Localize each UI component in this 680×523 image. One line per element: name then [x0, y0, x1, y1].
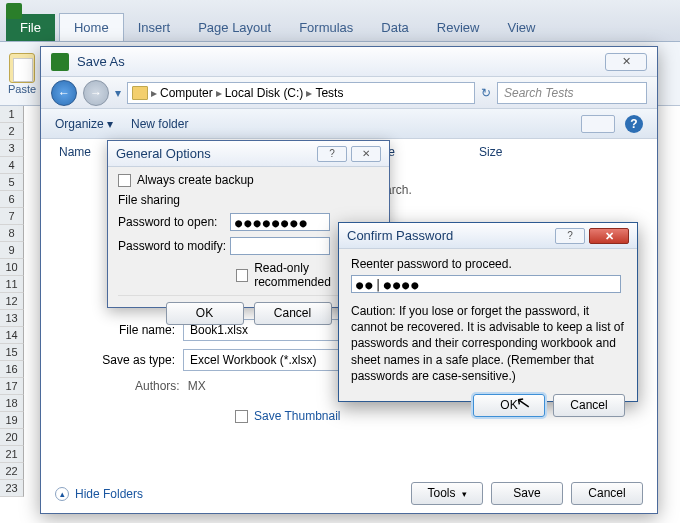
chevron-down-icon[interactable]: ▾: [115, 86, 121, 100]
explorer-toolbar: Organize ▾ New folder ?: [41, 109, 657, 139]
quick-access-toolbar: [6, 3, 22, 19]
hide-folders-label: Hide Folders: [75, 487, 143, 501]
confirm-password-title: Confirm Password: [347, 228, 453, 243]
caution-text: Caution: If you lose or forget the passw…: [351, 303, 625, 384]
general-options-title: General Options: [116, 146, 211, 161]
new-folder-button[interactable]: New folder: [131, 117, 188, 131]
save-thumbnail-checkbox[interactable]: [235, 410, 248, 423]
excel-icon: [51, 53, 69, 71]
authors-label: Authors:: [135, 379, 180, 393]
explorer-navbar: ← → ▾ ▸ Computer ▸ Local Disk (C:) ▸ Tes…: [41, 77, 657, 109]
create-backup-label: Always create backup: [137, 173, 254, 187]
saveastype-label: Save as type:: [87, 353, 175, 367]
file-sharing-label: File sharing: [118, 193, 379, 207]
cancel-button[interactable]: Cancel: [571, 482, 643, 505]
authors-value[interactable]: MX: [188, 379, 206, 393]
breadcrumb[interactable]: ▸ Computer ▸ Local Disk (C:) ▸ Tests: [127, 82, 475, 104]
tools-button[interactable]: Tools: [411, 482, 483, 505]
create-backup-checkbox[interactable]: [118, 174, 131, 187]
chevron-up-icon: ▴: [55, 487, 69, 501]
clipboard-icon: [9, 53, 35, 83]
ok-button[interactable]: OK: [473, 394, 545, 417]
paste-label: Paste: [8, 83, 36, 95]
confirm-password-input[interactable]: ●●|●●●●: [351, 275, 621, 293]
save-as-bottombar: ▴ Hide Folders Tools Save Cancel: [55, 482, 643, 505]
cancel-button[interactable]: Cancel: [553, 394, 625, 417]
password-modify-label: Password to modify:: [118, 239, 230, 253]
tab-page-layout[interactable]: Page Layout: [184, 14, 285, 41]
tab-view[interactable]: View: [493, 14, 549, 41]
close-button[interactable]: ✕: [351, 146, 381, 162]
ribbon: File Home Insert Page Layout Formulas Da…: [0, 0, 680, 42]
forward-button[interactable]: →: [83, 80, 109, 106]
help-button[interactable]: ?: [555, 228, 585, 244]
help-button[interactable]: ?: [317, 146, 347, 162]
password-open-input[interactable]: ●●●●●●●●: [230, 213, 330, 231]
hide-folders-button[interactable]: ▴ Hide Folders: [55, 487, 143, 501]
save-as-titlebar: Save As ✕: [41, 47, 657, 77]
password-open-label: Password to open:: [118, 215, 230, 229]
paste-button[interactable]: Paste: [8, 53, 36, 95]
confirm-password-titlebar: Confirm Password ? ✕: [339, 223, 637, 249]
tab-home[interactable]: Home: [59, 13, 124, 41]
view-options-button[interactable]: [581, 115, 615, 133]
help-icon[interactable]: ?: [625, 115, 643, 133]
save-button[interactable]: Save: [491, 482, 563, 505]
excel-icon: [6, 3, 22, 19]
tab-insert[interactable]: Insert: [124, 14, 185, 41]
search-input[interactable]: Search Tests: [497, 82, 647, 104]
breadcrumb-drive[interactable]: Local Disk (C:): [225, 86, 304, 100]
ok-button[interactable]: OK: [166, 302, 244, 325]
cancel-button[interactable]: Cancel: [254, 302, 332, 325]
refresh-icon[interactable]: ↻: [481, 86, 491, 100]
password-modify-input[interactable]: [230, 237, 330, 255]
save-as-title: Save As: [77, 54, 125, 69]
col-size[interactable]: Size: [479, 145, 559, 165]
folder-icon: [132, 86, 148, 100]
breadcrumb-root[interactable]: Computer: [160, 86, 213, 100]
readonly-checkbox[interactable]: [236, 269, 248, 282]
tab-formulas[interactable]: Formulas: [285, 14, 367, 41]
back-button[interactable]: ←: [51, 80, 77, 106]
reenter-prompt: Reenter password to proceed.: [351, 257, 625, 271]
organize-menu[interactable]: Organize ▾: [55, 117, 113, 131]
close-button[interactable]: ✕: [605, 53, 647, 71]
confirm-password-dialog: Confirm Password ? ✕ Reenter password to…: [338, 222, 638, 402]
close-button[interactable]: ✕: [589, 228, 629, 244]
row-headers: 1234567891011121314151617181920212223: [0, 106, 24, 497]
tab-data[interactable]: Data: [367, 14, 422, 41]
save-thumbnail-label: Save Thumbnail: [254, 409, 341, 423]
breadcrumb-folder[interactable]: Tests: [315, 86, 343, 100]
tab-review[interactable]: Review: [423, 14, 494, 41]
general-options-titlebar: General Options ? ✕: [108, 141, 389, 167]
